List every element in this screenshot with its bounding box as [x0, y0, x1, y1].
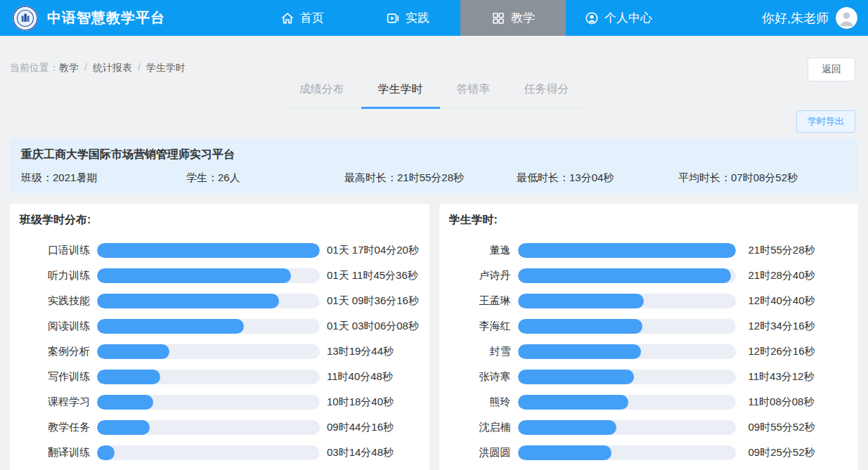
- bar-row: 王孟琳12时40分40秒: [449, 288, 849, 313]
- class-hours-panel: 班级学时分布: 口语训练01天 17时04分20秒听力训练01天 11时45分3…: [10, 204, 429, 470]
- bar-label: 熊玲: [449, 396, 518, 409]
- bar-row: 听力训练01天 11时45分36秒: [20, 263, 420, 288]
- bar-value: 01天 11时45分36秒: [327, 269, 418, 282]
- bar-fill: [518, 243, 736, 258]
- bar-value: 01天 09时36分16秒: [327, 294, 419, 308]
- bar-track: [97, 294, 320, 308]
- bar-fill: [518, 420, 616, 435]
- platform-title: 重庆工商大学国际市场营销管理师实习平台: [21, 148, 847, 162]
- back-button[interactable]: 返回: [808, 58, 855, 81]
- user-greeting: 你好,朱老师: [762, 10, 829, 27]
- export-hours-button[interactable]: 学时导出: [796, 110, 855, 133]
- charts-row: 班级学时分布: 口语训练01天 17时04分20秒听力训练01天 11时45分3…: [10, 204, 858, 470]
- summary-field-value: 07时08分52秒: [731, 171, 798, 183]
- student-hours-panel: 学生学时: 董逸21时55分28秒卢诗丹21时28分40秒王孟琳12时40分40…: [439, 204, 859, 470]
- bar-fill: [518, 344, 642, 359]
- bar-track: [518, 294, 736, 308]
- bar-value: 09时55分52秒: [749, 421, 815, 434]
- bar-fill: [97, 268, 291, 283]
- nav-item-home[interactable]: 首页: [250, 0, 355, 36]
- bar-track: [97, 395, 320, 410]
- bar-row: 卢诗丹21时28分40秒: [449, 263, 849, 288]
- bar-track: [518, 395, 736, 410]
- bar-row: 写作训练11时40分48秒: [20, 364, 420, 389]
- summary-fields: 班级：2021暑期学生：26人最高时长：21时55分28秒最低时长：13分04秒…: [21, 171, 847, 185]
- breadcrumb: 当前位置：教学/统计报表/学生学时: [10, 62, 186, 74]
- bar-fill: [518, 319, 643, 334]
- nav-item-teaching[interactable]: 教学: [460, 0, 566, 36]
- user-icon: [585, 11, 599, 25]
- bar-label: 教学任务: [20, 421, 97, 434]
- bar-row: 教学任务09时44分16秒: [20, 414, 420, 440]
- bar-track: [97, 344, 320, 359]
- bar-value: 13时19分44秒: [327, 345, 394, 358]
- breadcrumb-item[interactable]: 教学: [59, 62, 79, 73]
- bar-value: 01天 03时06分08秒: [327, 320, 419, 333]
- bar-track: [97, 319, 320, 334]
- nav-item-personal-center[interactable]: 个人中心: [566, 0, 671, 36]
- bar-value: 21时28分40秒: [749, 269, 815, 282]
- bar-row: 案例分析13时19分44秒: [20, 339, 420, 364]
- tab-score-distribution[interactable]: 成绩分布: [283, 79, 361, 109]
- bar-track: [518, 344, 736, 359]
- bar-row: 口语训练01天 17时04分20秒: [20, 237, 420, 263]
- summary-panel: 重庆工商大学国际市场营销管理师实习平台 班级：2021暑期学生：26人最高时长：…: [10, 138, 858, 193]
- bar-row: 沈启楠09时55分52秒: [449, 414, 849, 440]
- breadcrumb-item[interactable]: 统计报表: [93, 62, 132, 73]
- breadcrumb-item[interactable]: 学生学时: [146, 62, 186, 73]
- summary-field: 最高时长：21时55分28秒: [344, 171, 517, 185]
- tab-wrong-answer-rate[interactable]: 答错率: [440, 79, 507, 109]
- user-avatar[interactable]: [836, 7, 857, 29]
- bar-fill: [518, 294, 644, 308]
- class-hours-chart-title: 班级学时分布:: [20, 213, 420, 228]
- breadcrumb-prefix: 当前位置：: [10, 62, 59, 73]
- summary-field-label: 最低时长：: [517, 171, 569, 183]
- bar-label: 卢诗丹: [449, 269, 518, 282]
- grid-icon: [491, 11, 505, 25]
- bar-fill: [97, 370, 160, 384]
- bar-value: 12时26分16秒: [749, 345, 815, 358]
- bar-track: [97, 243, 320, 258]
- nav-item-label: 首页: [300, 10, 324, 26]
- bar-row: 董逸21时55分28秒: [449, 237, 849, 263]
- bar-value: 09时44分16秒: [327, 421, 394, 434]
- bar-label: 李海红: [449, 320, 518, 333]
- bar-fill: [97, 243, 320, 258]
- bar-fill: [518, 370, 635, 384]
- nav-item-label: 个人中心: [604, 10, 652, 26]
- bar-value: 11时08分08秒: [749, 396, 815, 409]
- bar-value: 01天 17时04分20秒: [327, 244, 419, 257]
- bar-row: 课程学习10时18分40秒: [20, 389, 420, 414]
- video-icon: [386, 11, 400, 25]
- bar-label: 案例分析: [20, 345, 97, 358]
- bar-label: 课程学习: [20, 396, 97, 409]
- student-hours-bars: 董逸21时55分28秒卢诗丹21时28分40秒王孟琳12时40分40秒李海红12…: [449, 237, 849, 465]
- bar-value: 10时18分40秒: [327, 396, 394, 409]
- bar-fill: [97, 445, 115, 460]
- bar-value: 09时25分52秒: [749, 446, 815, 459]
- breadcrumb-separator: /: [138, 62, 141, 73]
- summary-field-label: 学生：: [186, 171, 218, 183]
- bar-fill: [518, 395, 628, 410]
- bar-label: 听力训练: [20, 269, 97, 282]
- summary-field: 学生：26人: [186, 171, 344, 185]
- bar-row: 实践技能01天 09时36分16秒: [20, 288, 420, 313]
- bar-row: 李海红12时34分16秒: [449, 313, 849, 339]
- tab-task-score[interactable]: 任务得分: [507, 79, 586, 109]
- bar-track: [518, 319, 736, 334]
- bar-track: [518, 370, 736, 384]
- bar-label: 写作训练: [20, 370, 97, 384]
- nav-item-practice[interactable]: 实践: [355, 0, 460, 36]
- tab-student-hours[interactable]: 学生学时: [361, 79, 440, 109]
- university-seal-logo-icon: [12, 5, 39, 32]
- bar-label: 封雪: [449, 345, 518, 358]
- summary-field-label: 平均时长：: [678, 171, 731, 183]
- bar-value: 12时40分40秒: [749, 294, 815, 308]
- nav-right: 你好,朱老师: [762, 0, 857, 36]
- summary-field-value: 13分04秒: [569, 171, 614, 183]
- bar-row: 翻译训练03时14分48秒: [20, 440, 420, 465]
- bar-track: [97, 370, 320, 384]
- bar-label: 沈启楠: [449, 421, 518, 434]
- summary-field: 最低时长：13分04秒: [517, 171, 678, 185]
- bar-row: 封雪12时26分16秒: [449, 339, 849, 364]
